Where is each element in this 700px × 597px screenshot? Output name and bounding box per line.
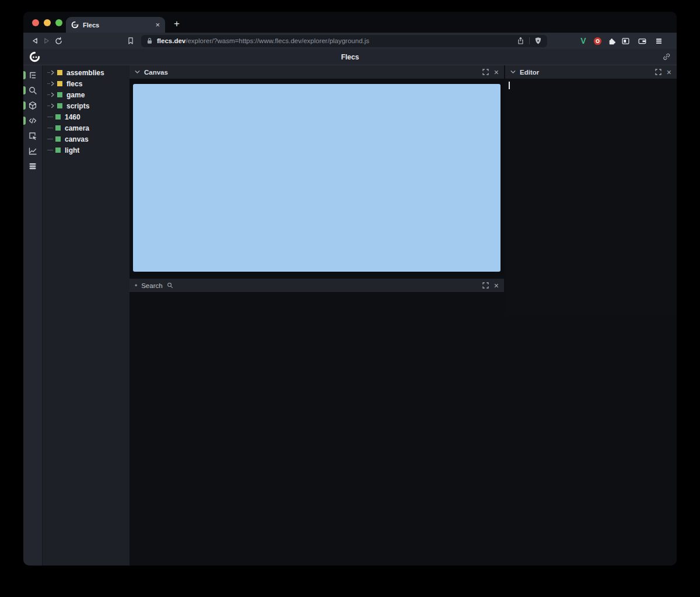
active-indicator [23, 101, 26, 110]
red-extension-icon[interactable] [593, 37, 602, 45]
tree-item-scripts[interactable]: scripts [43, 100, 130, 111]
close-icon[interactable]: × [667, 68, 671, 76]
brave-shield-icon[interactable] [534, 37, 542, 45]
tree-item-light[interactable]: light [43, 145, 130, 156]
tab-close-icon[interactable]: × [155, 21, 160, 29]
entity-color-swatch [57, 70, 62, 75]
entity-tree-panel: assemblies flecs game scripts [42, 65, 130, 566]
chart-icon [28, 146, 37, 156]
flecs-logo-icon [29, 51, 40, 62]
tab-flecs[interactable]: Flecs × [66, 17, 165, 33]
active-indicator [23, 86, 26, 94]
bookmark-icon[interactable] [125, 35, 136, 47]
search-icon [167, 282, 173, 289]
cube-icon [28, 101, 37, 110]
editor-panel: Editor × [505, 65, 677, 314]
close-icon[interactable]: × [494, 282, 499, 290]
collapsed-bullet: • [135, 282, 137, 289]
active-indicator [23, 117, 26, 125]
wallet-icon[interactable] [638, 37, 647, 45]
zoom-window-button[interactable] [55, 19, 62, 26]
traffic-lights [32, 19, 62, 26]
text-cursor [509, 82, 510, 89]
search-panel: • Search × [130, 279, 504, 293]
code-icon [28, 116, 37, 125]
canvas-viewport[interactable] [133, 84, 501, 272]
panel-title: Editor [520, 69, 539, 76]
entity-color-swatch [57, 81, 62, 86]
tool-code[interactable] [23, 113, 42, 128]
editor-input[interactable] [505, 79, 677, 314]
editor-panel-header[interactable]: Editor × [505, 65, 677, 79]
new-tab-button[interactable]: + [174, 18, 180, 30]
active-indicator [23, 71, 26, 79]
tree-outline-icon [28, 71, 37, 80]
tab-title: Flecs [83, 22, 99, 29]
page-title: Flecs [341, 53, 359, 61]
tree-item-camera[interactable]: camera [43, 122, 130, 134]
entity-color-swatch [57, 103, 62, 108]
browser-tab-bar: Flecs × + [23, 12, 677, 33]
share-icon[interactable] [517, 37, 524, 45]
chevron-right-icon[interactable] [51, 103, 55, 108]
browser-window: Flecs × + flecs.dev/explorer/?wasm=https… [23, 12, 677, 566]
reload-icon[interactable] [52, 35, 64, 47]
back-icon[interactable] [29, 35, 41, 47]
tree-item-game[interactable]: game [43, 89, 130, 100]
canvas-panel-header[interactable]: Canvas × [130, 65, 504, 79]
tree-item-canvas[interactable]: canvas [43, 134, 130, 145]
tool-queries[interactable] [23, 159, 42, 174]
tree-item-flecs[interactable]: flecs [43, 78, 130, 89]
chevron-right-icon[interactable] [51, 70, 55, 75]
entity-color-swatch [55, 114, 61, 120]
sidebar-toggle-icon[interactable] [621, 37, 630, 45]
entity-color-swatch [55, 148, 61, 153]
panel-title: Canvas [144, 69, 168, 76]
link-icon[interactable] [662, 52, 671, 61]
divider [529, 37, 530, 44]
chevron-right-icon[interactable] [51, 81, 55, 86]
panel-title: Search [141, 282, 162, 289]
tool-sidebar [23, 65, 42, 566]
canvas-panel-body [130, 79, 504, 276]
tree-item-assemblies[interactable]: assemblies [43, 67, 130, 78]
tool-search[interactable] [23, 83, 42, 98]
expand-icon[interactable] [482, 282, 489, 289]
lock-icon [146, 37, 153, 44]
extensions-puzzle-icon[interactable] [607, 37, 616, 45]
extensions-row: V [579, 36, 670, 45]
tool-inspect[interactable] [23, 128, 42, 143]
tool-entities-cube[interactable] [23, 98, 42, 113]
tree-item-1460[interactable]: 1460 [43, 111, 130, 122]
url-domain: flecs.dev [157, 37, 186, 44]
main-area: Canvas × • Search × [130, 65, 677, 566]
close-icon[interactable]: × [494, 68, 499, 76]
address-bar[interactable]: flecs.dev/explorer/?wasm=https://www.fle… [141, 35, 547, 47]
inspect-icon [28, 131, 37, 141]
chevron-down-icon[interactable] [135, 70, 140, 74]
entity-color-swatch [57, 92, 62, 97]
canvas-panel: Canvas × [130, 65, 504, 276]
tool-tree-outline[interactable] [23, 68, 42, 83]
expand-icon[interactable] [482, 69, 489, 75]
vue-devtools-icon[interactable]: V [579, 36, 588, 45]
queries-icon [28, 161, 37, 171]
url-path: /explorer/?wasm=https://www.flecs.dev/ex… [186, 37, 369, 44]
search-panel-header[interactable]: • Search × [130, 279, 504, 293]
minimize-window-button[interactable] [44, 19, 51, 26]
forward-icon[interactable] [41, 35, 52, 47]
url-text: flecs.dev/explorer/?wasm=https://www.fle… [157, 37, 369, 44]
menu-icon[interactable] [655, 37, 663, 45]
browser-toolbar: flecs.dev/explorer/?wasm=https://www.fle… [23, 33, 677, 49]
expand-icon[interactable] [655, 69, 662, 75]
chevron-down-icon[interactable] [510, 70, 516, 74]
app-header: Flecs [23, 49, 677, 65]
chevron-right-icon[interactable] [51, 92, 55, 97]
tab-favicon-flecs-icon [71, 21, 79, 29]
search-icon [28, 86, 37, 95]
entity-color-swatch [55, 125, 61, 131]
close-window-button[interactable] [32, 19, 39, 26]
tool-chart[interactable] [23, 143, 42, 159]
entity-color-swatch [55, 136, 61, 142]
